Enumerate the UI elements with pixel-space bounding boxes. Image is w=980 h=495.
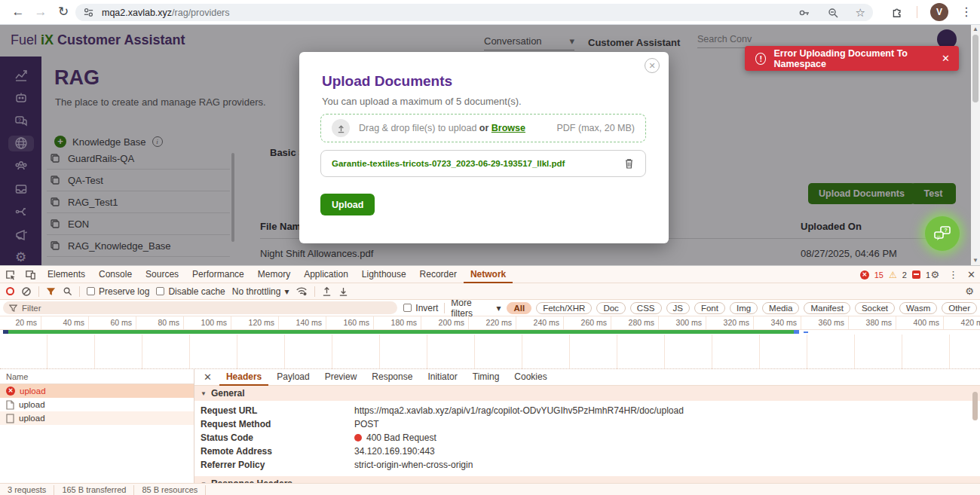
network-settings-gear-icon[interactable]: ⚙ [965,286,974,297]
network-overview-track[interactable] [0,330,980,335]
tab-elements[interactable]: Elements [41,266,92,283]
page-scrollbar[interactable]: ▲ ▼ [971,25,980,265]
tab-memory[interactable]: Memory [251,266,297,283]
tab-timing[interactable]: Timing [466,369,507,386]
request-row-upload[interactable]: upload [0,411,194,425]
general-section-header[interactable]: ▼ General [194,386,980,401]
tab-performance[interactable]: Performance [185,266,251,283]
chip-media[interactable]: Media [762,302,799,314]
import-har-icon[interactable] [322,286,332,297]
filter-input[interactable] [22,304,384,313]
forward-icon[interactable]: → [32,3,50,21]
timeline-tick: 160 ms [326,316,374,329]
disable-cache-checkbox[interactable]: Disable cache [156,286,225,297]
tab-sources[interactable]: Sources [139,266,185,283]
error-toast: ! Error Uploading Document To Namespace … [745,46,959,71]
request-row-upload-failed[interactable]: ✕ upload [0,384,194,398]
request-row-upload[interactable]: upload [0,398,194,411]
inspect-element-icon[interactable] [5,269,16,280]
network-conditions-icon[interactable] [296,286,308,296]
devtools-menu-icon[interactable]: ⋮ [948,269,958,280]
tab-headers[interactable]: Headers [219,369,268,386]
delete-file-icon[interactable] [623,157,635,170]
scroll-down-icon[interactable]: ▼ [971,256,980,265]
request-error-icon: ✕ [6,387,15,396]
modal-close-icon[interactable]: ✕ [645,58,660,73]
chip-font[interactable]: Font [694,302,725,314]
response-headers-section-header[interactable]: ▼ Response Headers [194,476,980,483]
chip-wasm[interactable]: Wasm [899,302,937,314]
browser-profile-avatar[interactable]: V [930,3,948,21]
chip-other[interactable]: Other [942,302,977,314]
chip-fetch-xhr[interactable]: Fetch/XHR [536,302,592,314]
password-key-icon[interactable] [798,7,810,19]
extensions-icon[interactable] [891,5,904,21]
devtools-close-icon[interactable]: ✕ [967,269,975,280]
document-icon [6,400,14,410]
search-network-icon[interactable] [63,286,72,296]
devtools-tabbar: Elements Console Sources Performance Mem… [0,266,980,283]
throttling-select[interactable]: No throttling▾ [232,286,289,297]
chip-css[interactable]: CSS [630,302,662,314]
timeline-ruler: 20 ms 40 ms 60 ms 80 ms 100 ms 120 ms 14… [0,316,980,330]
disclosure-triangle-icon: ▼ [201,390,207,397]
overview-waterfall-bar [3,330,799,334]
scrollbar-thumb[interactable] [972,35,978,102]
timeline-tick: 400 ms [896,316,944,329]
back-icon[interactable]: ← [9,3,27,21]
chip-socket[interactable]: Socket [855,302,895,314]
upload-button[interactable]: Upload [320,194,375,215]
tab-console[interactable]: Console [92,266,139,283]
tab-payload[interactable]: Payload [270,369,316,386]
bookmark-star-icon[interactable]: ☆ [856,6,865,20]
file-dropzone[interactable]: Drag & drop file(s) to upload or Browse … [320,114,646,142]
toolbar-divider [917,6,917,18]
reload-icon[interactable]: ↻ [54,3,72,21]
chat-widget-button[interactable]: ? ... [925,216,960,251]
filter-funnel-icon[interactable] [46,287,56,296]
errors-icon: ✕ [860,270,869,280]
tab-application[interactable]: Application [297,266,355,283]
chip-js[interactable]: JS [666,302,690,314]
chip-all[interactable]: All [507,302,531,314]
preserve-log-checkbox[interactable]: Preserve log [87,286,149,297]
tab-initiator[interactable]: Initiator [421,369,464,386]
header-row-referrer-policy: Referrer Policy strict-origin-when-cross… [194,458,980,472]
chip-doc[interactable]: Doc [596,302,625,314]
tab-preview[interactable]: Preview [318,369,364,386]
tab-response[interactable]: Response [365,369,419,386]
device-toolbar-icon[interactable] [25,269,36,280]
dropzone-text: Drag & drop file(s) to upload or Browse [359,123,525,133]
name-column-header[interactable]: Name [0,369,194,384]
toast-close-icon[interactable]: ✕ [942,53,950,64]
details-close-icon[interactable]: ✕ [198,371,218,383]
clear-network-icon[interactable] [21,286,32,297]
timeline-tick: 360 ms [801,316,849,329]
record-network-icon[interactable] [6,287,14,295]
tab-cookies[interactable]: Cookies [507,369,553,386]
timeline-tick: 300 ms [659,316,706,329]
tab-network[interactable]: Network [464,266,513,283]
devtools-settings-gear-icon[interactable]: ⚙ [930,269,939,280]
modal-title: Upload Documents [322,73,452,90]
invert-checkbox[interactable]: Invert [403,303,438,313]
chevron-down-icon: ▾ [284,286,289,297]
details-scrollbar[interactable] [972,389,979,479]
export-har-icon[interactable] [338,286,348,297]
svg-text:?: ? [945,228,948,233]
browser-menu-icon[interactable]: ⋮ [960,3,972,21]
timeline-tick: 40 ms [41,316,89,329]
site-permissions-icon[interactable] [83,7,94,18]
address-bar[interactable]: mqa2.xavlab.xyz/rag/providers ☆ [75,4,873,21]
devtools-panel: Elements Console Sources Performance Mem… [0,265,980,495]
chip-manifest[interactable]: Manifest [804,302,850,314]
browse-link[interactable]: Browse [492,123,525,133]
tab-lighthouse[interactable]: Lighthouse [355,266,413,283]
tab-recorder[interactable]: Recorder [413,266,464,283]
scroll-up-icon[interactable]: ▲ [971,25,980,34]
console-badges[interactable]: ✕15 ⚠2 1 [860,266,930,283]
header-row-status-code: Status Code 400 Bad Request [194,431,980,445]
more-filters-button[interactable]: More filters▾ [451,298,501,319]
chip-img[interactable]: Img [730,302,758,314]
zoom-icon[interactable] [827,7,839,19]
